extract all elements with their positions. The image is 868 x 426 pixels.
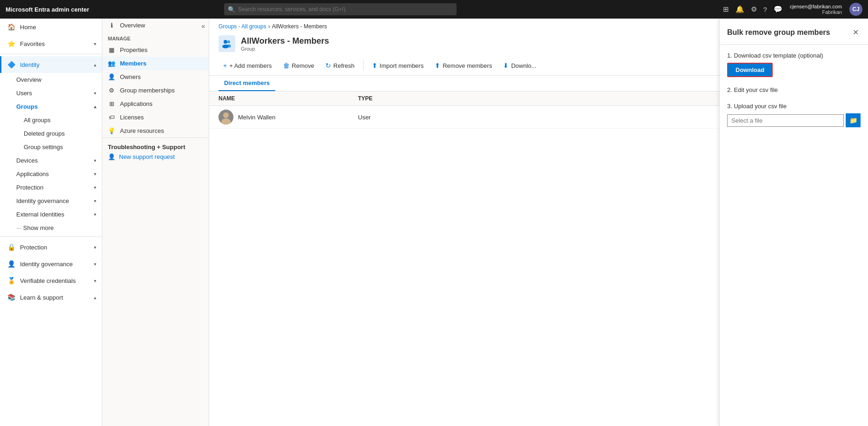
- avatar[interactable]: CJ: [849, 3, 862, 16]
- breadcrumb-current: AllWorkers - Members: [272, 23, 327, 30]
- toolbar: + + Add members 🗑 Remove ↻ Refresh ⬆ Imp…: [209, 56, 719, 76]
- main-layout: 🏠 Home ⭐ Favorites ▾ 🔷 Identity ▴ Overvi…: [0, 19, 868, 426]
- tab-direct-members[interactable]: Direct members: [219, 76, 275, 91]
- sidebar-item-home[interactable]: 🏠 Home: [0, 19, 102, 35]
- sidebar-sub-devices[interactable]: Devices ▾: [15, 154, 102, 167]
- breadcrumb-sep: ›: [268, 23, 270, 30]
- sidebar-item-protection2[interactable]: 🔒 Protection ▾: [0, 239, 102, 256]
- breadcrumb: Groups - All groups › AllWorkers - Membe…: [209, 19, 719, 32]
- members-table: NAME TYPE Melvin Wallen: [209, 92, 719, 426]
- panel-step-2: 2. Edit your csv file: [727, 86, 861, 93]
- download-button[interactable]: ⬇ Downlo...: [498, 59, 541, 72]
- sidebar-sub-overview[interactable]: Overview: [15, 73, 102, 86]
- add-members-button[interactable]: + + Add members: [219, 59, 277, 72]
- sidebar-users-label: Users: [16, 90, 32, 97]
- lock-icon: 🔒: [7, 243, 15, 251]
- sec-nav-applications[interactable]: ⊞ Applications: [102, 97, 209, 111]
- sec-nav-licenses[interactable]: 🏷 Licenses: [102, 111, 209, 124]
- page-title: AllWorkers - Members: [241, 36, 329, 46]
- toolbar-separator: [363, 60, 364, 71]
- sidebar-deleted-groups[interactable]: Deleted groups: [22, 127, 102, 140]
- chevron-down-icon-ig2: ▾: [94, 262, 96, 267]
- page-header: AllWorkers - Members Group: [209, 32, 719, 56]
- grid-icon[interactable]: ⊞: [723, 5, 729, 13]
- chevron-down-icon-gov: ▾: [94, 198, 96, 203]
- sidebar-divider-1: [0, 54, 102, 54]
- app-title: Microsoft Entra admin center: [6, 6, 89, 13]
- sidebar-sub-external[interactable]: External Identities ▾: [15, 208, 102, 221]
- sec-nav-azure-resources[interactable]: 💡 Azure resources: [102, 124, 209, 138]
- chevron-down-icon-ext: ▾: [94, 212, 96, 217]
- sidebar-item-identity[interactable]: 🔷 Identity ▴: [0, 56, 102, 73]
- sidebar-sub-users[interactable]: Users ▾: [15, 86, 102, 100]
- sidebar-sub-groups[interactable]: Groups ▴: [15, 100, 102, 113]
- chevron-down-icon-p2: ▾: [94, 245, 96, 250]
- credential-icon: 🏅: [7, 277, 15, 284]
- sidebar-sub-applications[interactable]: Applications ▾: [15, 167, 102, 181]
- download-icon: ⬇: [503, 62, 509, 69]
- help-icon[interactable]: ?: [763, 6, 767, 13]
- page-subtitle: Group: [241, 46, 329, 52]
- breadcrumb-groups-link[interactable]: Groups - All groups: [219, 23, 266, 30]
- new-support-link[interactable]: 👤 New support request: [108, 151, 203, 163]
- sidebar-all-groups[interactable]: All groups: [22, 113, 102, 127]
- panel-step-3: 3. Upload your csv file 📁: [727, 103, 861, 127]
- import-icon: ⬆: [372, 62, 378, 69]
- sidebar-item-favorites[interactable]: ⭐ Favorites ▾: [0, 35, 102, 52]
- sidebar-sub-protection[interactable]: Protection ▾: [15, 181, 102, 194]
- folder-icon: 📁: [849, 117, 857, 124]
- svg-point-5: [223, 112, 229, 118]
- step3-label: 3. Upload your csv file: [727, 103, 861, 110]
- sec-nav-group-memberships[interactable]: ⚙ Group memberships: [102, 84, 209, 97]
- page-header-info: AllWorkers - Members Group: [241, 36, 329, 52]
- sidebar-item-identity-gov2[interactable]: 👤 Identity governance ▾: [0, 256, 102, 272]
- svg-point-0: [224, 40, 227, 44]
- chevron-down-icon-vc: ▾: [94, 278, 96, 283]
- close-icon[interactable]: ✕: [851, 26, 861, 39]
- right-panel-title: Bulk remove group members: [727, 28, 851, 37]
- file-select-input[interactable]: [727, 114, 844, 127]
- governance-icon: 👤: [7, 260, 15, 268]
- download-csv-button[interactable]: Download: [727, 63, 773, 77]
- remove-button[interactable]: 🗑 Remove: [278, 59, 319, 72]
- bell-icon[interactable]: 🔔: [735, 5, 744, 13]
- sec-nav-owners[interactable]: 👤 Owners: [102, 70, 209, 84]
- sidebar-item-learn[interactable]: 📚 Learn & support ▴: [0, 289, 102, 306]
- sidebar-home-label: Home: [20, 24, 96, 31]
- sidebar-item-verifiable[interactable]: 🏅 Verifiable credentials ▾: [0, 272, 102, 289]
- sidebar-overview-label: Overview: [16, 76, 41, 83]
- refresh-button[interactable]: ↻ Refresh: [321, 59, 359, 72]
- gear-icon[interactable]: ⚙: [751, 5, 757, 13]
- sidebar-divider-2: [0, 236, 102, 237]
- user-info: cjensen@fabrikan.com Fabrikan: [790, 4, 842, 15]
- search-bar[interactable]: 🔍: [224, 3, 457, 15]
- import-members-button[interactable]: ⬆ Import members: [367, 59, 429, 72]
- remove-icon: 🗑: [283, 62, 290, 69]
- table-row[interactable]: Melvin Wallen User: [209, 106, 719, 129]
- sidebar-group-settings[interactable]: Group settings: [22, 140, 102, 154]
- sidebar-favorites-label: Favorites: [20, 40, 89, 47]
- search-input[interactable]: [238, 6, 453, 13]
- sidebar-sub-identity-gov[interactable]: Identity governance ▾: [15, 194, 102, 208]
- download-btn-wrapper: Download: [727, 63, 861, 77]
- right-panel-body: 1. Download csv template (optional) Down…: [720, 45, 868, 135]
- licenses-icon: 🏷: [108, 114, 115, 121]
- file-browse-button[interactable]: 📁: [846, 113, 861, 127]
- sec-nav-members[interactable]: 👥 Members: [102, 57, 209, 70]
- troubleshoot-title: Troubleshooting + Support: [108, 144, 203, 151]
- sidebar-protection2-label: Protection: [20, 244, 89, 251]
- azure-icon: 💡: [108, 127, 115, 134]
- sidebar-sub-show-more[interactable]: ··· Show more: [15, 221, 102, 235]
- members-icon: 👥: [108, 60, 115, 67]
- remove-members-button[interactable]: ⬆ Remove members: [430, 59, 497, 72]
- feedback-icon[interactable]: 💬: [774, 5, 782, 13]
- sec-nav-properties[interactable]: ▦ Properties: [102, 43, 209, 57]
- step1-label: 1. Download csv template (optional): [727, 52, 861, 59]
- sec-nav-overview[interactable]: ℹ Overview: [102, 19, 209, 32]
- collapse-nav-btn[interactable]: «: [201, 22, 205, 30]
- sidebar-groups-sub: All groups Deleted groups Group settings: [15, 113, 102, 154]
- right-panel: Bulk remove group members ✕ 1. Download …: [719, 19, 868, 426]
- topbar: Microsoft Entra admin center 🔍 ⊞ 🔔 ⚙ ? 💬…: [0, 0, 868, 19]
- main-page: Groups - All groups › AllWorkers - Membe…: [209, 19, 719, 426]
- sidebar-verifiable-label: Verifiable credentials: [20, 277, 89, 284]
